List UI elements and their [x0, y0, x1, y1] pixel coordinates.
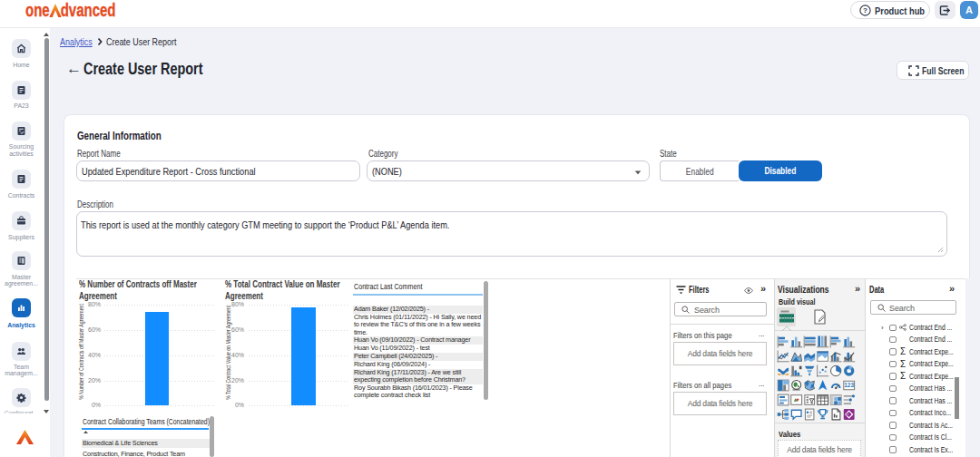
svg-text:123: 123	[844, 382, 854, 388]
svg-text:?: ?	[863, 6, 867, 15]
